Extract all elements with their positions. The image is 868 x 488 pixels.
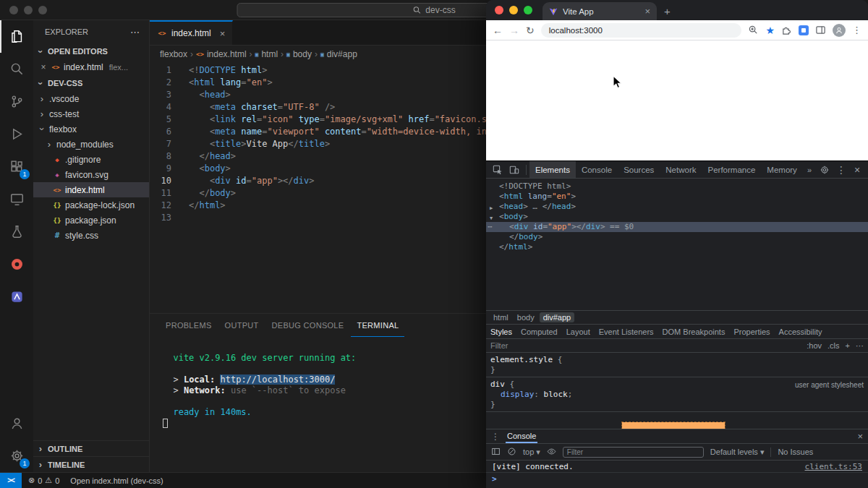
close-window-icon[interactable] [9,6,18,14]
menu-kebab-icon[interactable]: ⋮ [852,25,861,35]
context-selector[interactable]: top ▾ [523,448,540,457]
css-rule[interactable]: element.style {} [486,353,868,377]
tree-item-css-test[interactable]: ›css-test [33,106,149,121]
close-tab-icon[interactable]: × [644,6,650,17]
status-message[interactable]: Open index.html (dev-css) [66,476,167,485]
issues-counter[interactable]: No Issues [778,448,813,456]
profile-avatar[interactable] [833,24,846,37]
address-bar[interactable]: localhost:3000 [541,23,742,38]
open-editors-section[interactable]: › OPEN EDITORS [33,43,149,59]
live-expression-eye-icon[interactable] [547,447,556,458]
tree-item-flexbox[interactable]: ›flexbox [33,121,149,137]
device-toolbar-icon[interactable] [506,161,524,179]
console-filter-input[interactable] [567,448,699,456]
css-property[interactable]: display: block; [490,390,865,400]
toggle-element-state-button[interactable]: :hov [807,341,822,350]
css-rule[interactable]: div {user agent stylesheetdisplay: block… [486,377,868,412]
browser-viewport[interactable] [486,40,868,160]
problems-status[interactable]: ⊗ 0 ⚠ 0 [22,476,66,485]
more-actions-icon[interactable]: ⋯ [130,27,140,38]
devtools-settings-gear-icon[interactable] [816,161,833,179]
styles-tab-layout[interactable]: Layout [562,328,595,336]
close-drawer-icon[interactable]: × [857,431,863,442]
box-model-margin[interactable] [622,422,725,429]
dom-crumb-div-app[interactable]: div#app [540,312,575,322]
testing-icon[interactable] [0,215,33,248]
search-icon[interactable] [0,53,33,85]
console-source-link[interactable]: client.ts:53 [805,462,862,471]
styles-tab-accessibility[interactable]: Accessibility [775,328,827,336]
console-prompt[interactable]: > [486,473,868,485]
timeline-section[interactable]: › TIMELINE [33,456,149,472]
tree-item-style-css[interactable]: #style.css [33,228,149,243]
panel-tab-terminal[interactable]: TERMINAL [351,314,404,337]
zoom-window-icon[interactable] [524,6,532,14]
panel-tab-problems[interactable]: PROBLEMS [160,314,218,337]
minimize-window-icon[interactable] [24,6,33,14]
extension-purple-icon[interactable] [0,281,33,313]
dom-crumb-body[interactable]: body [514,312,538,322]
minimize-window-icon[interactable] [509,6,518,14]
console-sidebar-icon[interactable] [491,447,501,458]
breadcrumb-div-app[interactable]: ▣div#app [320,49,357,59]
close-tab-icon[interactable]: × [220,28,226,39]
devtools-tab-sources[interactable]: Sources [618,161,660,178]
tree-item-index-html[interactable]: <>index.html [33,182,149,197]
settings-gear-icon[interactable]: 1 [0,440,33,472]
breadcrumb-body[interactable]: ▣body [286,49,312,59]
dom-crumb-html[interactable]: html [490,312,512,322]
dom-node[interactable]: </body> [486,232,868,242]
tree-item-package-lock-json[interactable]: {}package-lock.json [33,197,149,213]
clear-console-icon[interactable] [507,447,516,458]
tree-item-package-json[interactable]: {}package.json [33,213,149,228]
log-levels-dropdown[interactable]: Default levels ▾ [710,448,765,457]
remote-explorer-icon[interactable] [0,183,33,215]
more-options-icon[interactable]: ⋯ [856,341,864,351]
styles-tab-styles[interactable]: Styles [486,328,516,336]
styles-filter-input[interactable] [490,341,577,350]
zoom-window-icon[interactable] [38,6,47,14]
styles-tab-dom-breakpoints[interactable]: DOM Breakpoints [658,328,730,336]
dom-node[interactable]: ⋯<div id="app"></div> == $0 [486,222,868,232]
open-editor-index-html[interactable]: × <> index.html flex... [33,59,149,75]
reload-icon[interactable]: ↻ [526,25,535,35]
devtools-tab-memory[interactable]: Memory [761,161,803,178]
drawer-kebab-icon[interactable]: ⋮ [491,432,500,442]
workspace-section[interactable]: › DEV-CSS [33,75,149,91]
bookmark-star-icon[interactable]: ★ [765,25,775,35]
styles-tab-properties[interactable]: Properties [729,328,774,336]
source-control-icon[interactable] [0,85,33,118]
element-classes-button[interactable]: .cls [827,341,840,350]
close-window-icon[interactable] [495,6,503,14]
forward-icon[interactable]: → [509,25,519,35]
browser-tab-vite-app[interactable]: Vite App × [542,2,657,20]
devtools-tab-performance[interactable]: Performance [702,161,762,178]
breadcrumb-index-html[interactable]: <>index.html [196,49,247,59]
side-panel-icon[interactable] [815,25,826,35]
outline-section[interactable]: › OUTLINE [33,440,149,456]
new-tab-icon[interactable]: + [664,5,671,17]
tree-item-vscode[interactable]: ›.vscode [33,91,149,106]
vscode-window-controls[interactable] [9,6,47,14]
extensions-puzzle-icon[interactable] [781,25,792,35]
more-tabs-icon[interactable]: » [803,166,816,174]
devtools-tab-elements[interactable]: Elements [529,161,576,178]
tab-index-html[interactable]: <> index.html × [150,20,233,45]
explorer-icon[interactable] [0,20,33,53]
dom-node[interactable]: <!DOCTYPE html> [486,181,868,192]
styles-tab-event-listeners[interactable]: Event Listeners [595,328,658,336]
dom-node[interactable]: <html lang="en"> [486,192,868,202]
breadcrumb-html[interactable]: ▣html [255,49,278,59]
tree-item-node-modules[interactable]: ›node_modules [33,137,149,152]
zoom-icon[interactable] [748,25,759,35]
new-style-rule-icon[interactable]: + [846,341,850,350]
account-icon[interactable] [0,407,33,440]
run-debug-icon[interactable] [0,118,33,150]
extension-orange-icon[interactable] [0,248,33,281]
terminal-link[interactable]: http://localhost:3000/ [220,374,335,385]
close-editor-icon[interactable]: × [39,62,48,72]
tree-item-gitignore[interactable]: ◆.gitignore [33,152,149,167]
dom-node[interactable]: ▶<head> … </head> [486,202,868,212]
drawer-tab-console[interactable]: Console [506,429,537,443]
close-devtools-icon[interactable]: × [849,164,865,176]
